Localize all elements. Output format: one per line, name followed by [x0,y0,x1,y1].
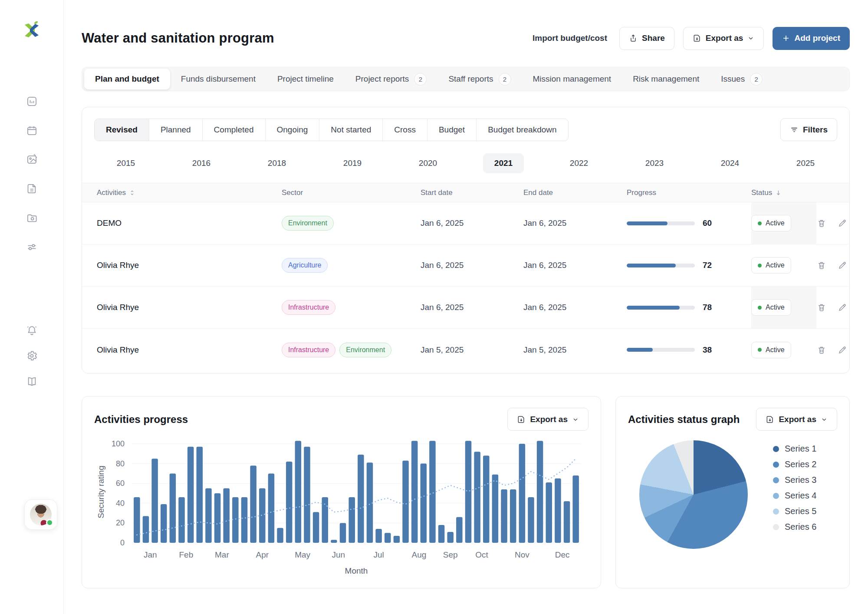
pencil-icon [838,303,847,312]
sidebar-item-projects[interactable] [25,211,38,224]
svg-text:Nov: Nov [515,550,529,559]
table-row[interactable]: DEMO Environment Jan 6, 2025 Jan 6, 2025… [82,202,849,244]
table-row[interactable]: Olivia Rhye Infrastructure Environment J… [82,329,849,371]
tab-issues[interactable]: Issues2 [710,69,773,89]
sidebar-item-settings[interactable] [25,349,38,362]
filters-button[interactable]: Filters [780,118,837,141]
edit-button[interactable] [837,302,848,313]
segment-budget-breakdown[interactable]: Budget breakdown [476,119,568,141]
plus-icon [782,34,790,42]
legend-item: Series 4 [773,491,816,501]
year-2022[interactable]: 2022 [541,153,617,173]
sector-badges: Infrastructure [282,300,421,315]
plan-table-card: Revised Planned Completed Ongoing Not st… [82,107,850,373]
brand-logo[interactable] [20,19,43,42]
column-header-end-date[interactable]: End date [523,188,627,197]
user-profile[interactable] [24,499,57,530]
sidebar-item-calendar[interactable] [25,124,38,137]
segment-not-started[interactable]: Not started [319,119,382,141]
charts-section: Activities progress Export as 0204060801… [82,396,850,588]
book-icon [26,376,38,387]
column-header-activities[interactable]: Activities [82,188,282,197]
page-title: Water and sanitation program [82,30,274,46]
status-cell: Active [751,202,816,244]
tab-count-badge: 2 [414,73,427,86]
chart-legend: Series 1 Series 2 Series 3 Series 4 Seri… [773,444,816,549]
sector-badges: Infrastructure Environment [282,343,421,357]
sidebar-nav-bottom [0,324,63,388]
sector-badge: Infrastructure [282,343,335,357]
column-header-progress[interactable]: Progress [627,188,751,197]
tab-project-reports[interactable]: Project reports2 [345,69,438,89]
table-row[interactable]: Olivia Rhye Agriculture Jan 6, 2025 Jan … [82,244,849,287]
tab-project-timeline[interactable]: Project timeline [266,69,345,89]
table-row[interactable]: Olivia Rhye Infrastructure Jan 6, 2025 J… [82,287,849,329]
svg-text:Sep: Sep [443,550,458,559]
share-button[interactable]: Share [619,27,674,50]
sidebar-item-settings-sliders[interactable] [25,240,38,253]
segment-revised[interactable]: Revised [95,119,149,141]
year-2020[interactable]: 2020 [390,153,466,173]
chart-header: Activities status graph Export as [628,408,837,431]
delete-button[interactable] [816,302,827,313]
legend-item: Series 1 [773,444,816,454]
status-badge: Active [751,299,791,316]
end-date: Jan 5, 2025 [523,345,627,355]
import-budget-button[interactable]: Import budget/cost [533,33,607,43]
svg-text:40: 40 [116,499,125,508]
legend-dot [773,493,779,499]
segment-cross[interactable]: Cross [382,119,427,141]
header-actions: Import budget/cost Share Export as Add p… [533,27,850,50]
tab-plan-and-budget[interactable]: Plan and budget [84,69,170,89]
document-icon [26,183,38,195]
segment-ongoing[interactable]: Ongoing [265,119,319,141]
column-header-sector[interactable]: Sector [282,188,421,197]
year-2019[interactable]: 2019 [315,153,390,173]
delete-button[interactable] [816,345,827,355]
trash-icon [817,218,826,228]
row-actions [816,218,849,228]
edit-button[interactable] [837,345,848,355]
status-cell: Active [751,329,816,371]
chart-title: Activities status graph [628,413,740,426]
column-header-status[interactable]: Status [751,188,816,197]
chart-export-button[interactable]: Export as [507,408,589,431]
add-project-button[interactable]: Add project [773,27,850,50]
page-header: Water and sanitation program Import budg… [82,26,850,50]
tab-staff-reports[interactable]: Staff reports2 [437,69,522,89]
year-2015[interactable]: 2015 [88,153,164,173]
delete-button[interactable] [816,260,827,271]
sidebar-item-media[interactable] [25,153,38,166]
tab-risk-management[interactable]: Risk management [622,69,710,89]
chart-export-button[interactable]: Export as [756,408,837,431]
svg-text:Security rating: Security rating [96,465,105,518]
sidebar-item-analytics[interactable] [25,95,38,108]
legend-item: Series 5 [773,506,816,516]
progress-value: 72 [703,261,712,270]
sidebar-item-docs-library[interactable] [25,375,38,388]
legend-dot [773,508,779,515]
year-2018[interactable]: 2018 [239,153,315,173]
export-as-button[interactable]: Export as [683,27,764,50]
year-2024[interactable]: 2024 [692,153,768,173]
year-2021[interactable]: 2021 [466,153,541,173]
status-badge: Active [751,257,791,274]
sidebar-item-notifications[interactable] [25,324,38,337]
pencil-icon [838,345,847,355]
column-header-start-date[interactable]: Start date [421,188,523,197]
year-2023[interactable]: 2023 [617,153,692,173]
year-2016[interactable]: 2016 [164,153,239,173]
tab-mission-management[interactable]: Mission management [522,69,622,89]
segment-budget[interactable]: Budget [427,119,476,141]
edit-button[interactable] [837,260,848,271]
tab-funds-disbursement[interactable]: Funds disbursement [170,69,266,89]
delete-button[interactable] [816,218,827,228]
activities-progress-card: Activities progress Export as 0204060801… [82,396,601,588]
segment-completed[interactable]: Completed [202,119,265,141]
sidebar-item-documents[interactable] [25,182,38,195]
segment-planned[interactable]: Planned [149,119,202,141]
sidebar-nav-top [0,95,63,253]
edit-button[interactable] [837,218,848,228]
share-icon [629,34,638,43]
year-2025[interactable]: 2025 [768,153,843,173]
